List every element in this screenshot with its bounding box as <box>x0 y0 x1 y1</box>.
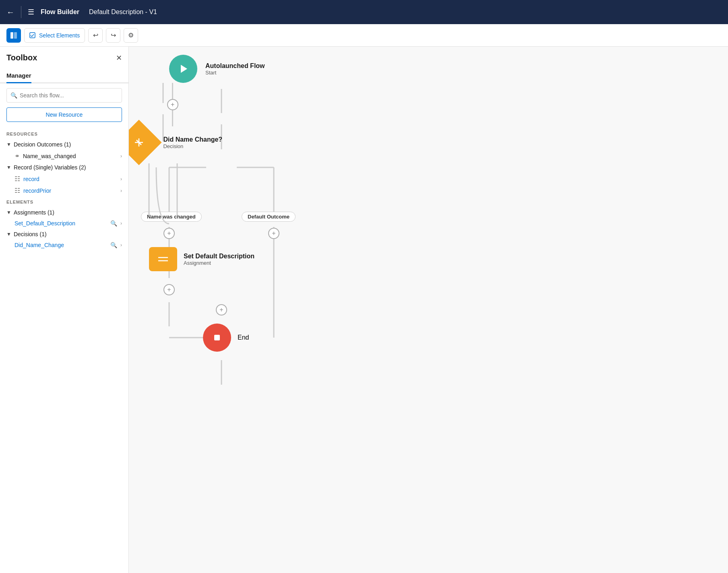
start-node[interactable] <box>169 55 197 83</box>
flow-canvas[interactable]: Autolaunched Flow Start + <box>129 47 728 573</box>
back-button[interactable]: ← <box>6 8 14 17</box>
app-header: ← ☰ Flow Builder Default Description - V… <box>0 0 728 24</box>
record-icon: ☷ <box>14 175 20 183</box>
flow-builder-icon: ☰ <box>28 8 34 16</box>
start-row: Autolaunched Flow Start <box>169 55 265 83</box>
assignments-label: Assignments (1) <box>14 209 54 216</box>
flow-layout: Autolaunched Flow Start + <box>169 55 265 159</box>
decision-outcomes-chevron: ▼ <box>6 142 11 147</box>
decision-node[interactable] <box>129 120 162 165</box>
select-elements-button[interactable]: Select Elements <box>24 28 85 43</box>
did-name-change-search-icon[interactable]: 🔍 <box>110 242 117 248</box>
new-resource-button[interactable]: New Resource <box>6 107 122 122</box>
decision-outcomes-header[interactable]: ▼ Decision Outcomes (1) <box>0 139 128 150</box>
set-default-description-search-icon[interactable]: 🔍 <box>110 220 117 227</box>
add-button-merge[interactable]: + <box>216 304 227 315</box>
outcome-right-label: Default Outcome <box>242 212 296 222</box>
record-prior-item[interactable]: ☷ recordPrior › <box>0 185 128 196</box>
select-elements-label: Select Elements <box>39 32 80 39</box>
toolbox-title: Toolbox <box>6 53 37 62</box>
start-node-name: Autolaunched Flow <box>205 62 265 70</box>
search-section: 🔍 <box>0 83 128 107</box>
add-button-below-assignment[interactable]: + <box>163 284 175 295</box>
set-default-description-item[interactable]: Set_Default_Description 🔍 › <box>0 218 128 229</box>
record-item[interactable]: ☷ record › <box>0 173 128 185</box>
tab-manager[interactable]: Manager <box>6 69 31 83</box>
decision-node-label-block: Did Name Change? Decision <box>163 136 222 149</box>
assignment-node-name: Set Default Description <box>184 253 254 260</box>
outcome-left-label: Name was changed <box>141 212 202 222</box>
record-variables-group: ▼ Record (Single) Variables (2) ☷ record… <box>0 162 128 196</box>
did-name-change-item[interactable]: Did_Name_Change 🔍 › <box>0 240 128 250</box>
decisions-group: ▼ Decisions (1) Did_Name_Change 🔍 › <box>0 229 128 250</box>
elements-section-label: ELEMENTS <box>0 196 128 207</box>
record-label: record <box>23 176 117 182</box>
play-icon <box>177 62 190 75</box>
header-divider <box>21 6 21 18</box>
panel-toggle-button[interactable] <box>6 28 21 43</box>
did-name-change-arrow: › <box>120 242 122 248</box>
assignment-node[interactable] <box>149 247 177 271</box>
select-elements-icon <box>29 32 36 39</box>
svg-rect-0 <box>10 32 13 39</box>
stop-icon <box>211 332 223 343</box>
toolbox-close-button[interactable]: ✕ <box>116 54 122 62</box>
toolbox-header: Toolbox ✕ <box>0 47 128 66</box>
decision-icon <box>133 137 145 148</box>
record-prior-arrow: › <box>120 188 122 194</box>
assignments-group: ▼ Assignments (1) Set_Default_Descriptio… <box>0 207 128 229</box>
assignment-icon <box>157 255 169 263</box>
end-node[interactable] <box>203 324 231 352</box>
redo-button[interactable]: ↪ <box>106 28 120 43</box>
add-button-left[interactable]: + <box>163 228 175 239</box>
decision-outcomes-label: Decision Outcomes (1) <box>14 141 71 148</box>
resources-section-label: RESOURCES <box>0 128 128 139</box>
record-variables-label: Record (Single) Variables (2) <box>14 164 86 171</box>
set-default-description-label: Set_Default_Description <box>14 220 107 227</box>
assignments-header[interactable]: ▼ Assignments (1) <box>0 207 128 218</box>
assignment-node-type: Assignment <box>184 260 254 266</box>
svg-marker-16 <box>181 65 187 73</box>
record-variables-header[interactable]: ▼ Record (Single) Variables (2) <box>0 162 128 173</box>
decision-node-inner <box>133 137 145 148</box>
decisions-header[interactable]: ▼ Decisions (1) <box>0 229 128 240</box>
add-button-1[interactable]: + <box>167 99 178 110</box>
name-was-changed-label: Name_was_changed <box>23 153 117 159</box>
end-node-name: End <box>238 334 249 341</box>
record-prior-icon: ☷ <box>14 187 20 194</box>
set-default-description-arrow: › <box>120 221 122 226</box>
search-wrapper: 🔍 <box>6 88 122 103</box>
connector-1 <box>172 83 173 99</box>
svg-rect-1 <box>14 32 17 39</box>
connector-2 <box>172 110 173 126</box>
decisions-chevron: ▼ <box>6 231 11 237</box>
settings-button[interactable]: ⚙ <box>124 28 138 43</box>
name-was-changed-item[interactable]: ⚭ Name_was_changed › <box>0 150 128 162</box>
add-button-right[interactable]: + <box>268 228 279 239</box>
name-was-changed-arrow: › <box>120 153 122 159</box>
toolbox-sidebar: Toolbox ✕ Manager 🔍 New Resource RESOURC… <box>0 47 129 573</box>
assignments-chevron: ▼ <box>6 210 11 215</box>
decision-node-type: Decision <box>163 143 222 149</box>
assignment-node-label-block: Set Default Description Assignment <box>184 253 254 266</box>
app-name: Flow Builder <box>41 8 79 16</box>
flow-title: Default Description - V1 <box>89 8 157 16</box>
start-node-label-block: Autolaunched Flow Start <box>205 62 265 76</box>
svg-rect-22 <box>214 335 220 340</box>
did-name-change-label: Did_Name_Change <box>14 242 107 248</box>
decisions-label: Decisions (1) <box>14 231 47 237</box>
svg-rect-2 <box>30 33 35 38</box>
toolbar: Select Elements ↩ ↪ ⚙ <box>0 24 728 47</box>
search-input[interactable] <box>6 88 122 103</box>
assignment-row: Set Default Description Assignment <box>149 247 254 271</box>
decision-outcomes-group: ▼ Decision Outcomes (1) ⚭ Name_was_chang… <box>0 139 128 162</box>
decision-node-name: Did Name Change? <box>163 136 222 143</box>
record-prior-label: recordPrior <box>23 188 117 194</box>
toolbox-tab-bar: Manager <box>0 66 128 83</box>
record-variables-chevron: ▼ <box>6 165 11 170</box>
main-layout: Toolbox ✕ Manager 🔍 New Resource RESOURC… <box>0 47 728 573</box>
undo-button[interactable]: ↩ <box>88 28 103 43</box>
decision-row: Did Name Change? Decision <box>129 126 222 159</box>
end-row: End <box>203 324 249 352</box>
decision-outcome-icon: ⚭ <box>14 152 20 160</box>
